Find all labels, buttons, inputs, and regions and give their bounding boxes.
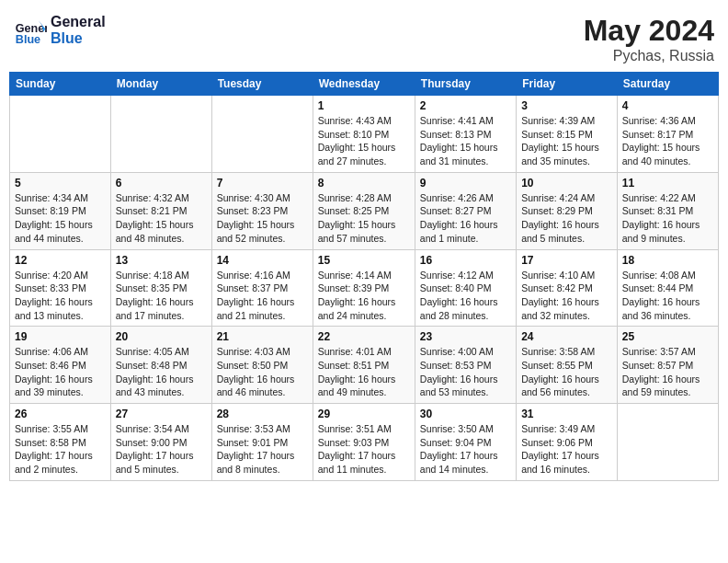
logo-line2: Blue [51, 30, 106, 47]
month-title: May 2024 [584, 14, 714, 48]
day-number: 20 [116, 330, 207, 343]
calendar-cell: 4Sunrise: 4:36 AM Sunset: 8:17 PM Daylig… [617, 96, 718, 173]
day-info: Sunrise: 4:16 AM Sunset: 8:37 PM Dayligh… [217, 269, 308, 323]
svg-text:Blue: Blue [16, 33, 40, 46]
calendar-cell: 1Sunrise: 4:43 AM Sunset: 8:10 PM Daylig… [313, 96, 415, 173]
calendar-cell: 20Sunrise: 4:05 AM Sunset: 8:48 PM Dayli… [110, 327, 211, 404]
day-info: Sunrise: 4:41 AM Sunset: 8:13 PM Dayligh… [420, 114, 511, 168]
day-number: 3 [521, 99, 612, 112]
calendar-cell: 12Sunrise: 4:20 AM Sunset: 8:33 PM Dayli… [10, 249, 111, 327]
day-number: 9 [420, 177, 511, 190]
calendar-cell: 7Sunrise: 4:30 AM Sunset: 8:23 PM Daylig… [211, 172, 313, 249]
page-header: General Blue General Blue May 2024 Pycha… [9, 9, 719, 64]
calendar-cell: 24Sunrise: 3:58 AM Sunset: 8:55 PM Dayli… [517, 327, 618, 404]
day-info: Sunrise: 4:00 AM Sunset: 8:53 PM Dayligh… [420, 345, 511, 399]
calendar-cell: 9Sunrise: 4:26 AM Sunset: 8:27 PM Daylig… [415, 172, 516, 249]
day-info: Sunrise: 4:26 AM Sunset: 8:27 PM Dayligh… [420, 191, 511, 246]
calendar-cell [10, 96, 111, 173]
day-header-tuesday: Tuesday [211, 73, 313, 96]
day-number: 15 [318, 254, 410, 267]
calendar-cell [110, 96, 211, 173]
day-number: 8 [318, 177, 410, 190]
calendar-cell: 25Sunrise: 3:57 AM Sunset: 8:57 PM Dayli… [617, 327, 718, 404]
day-number: 6 [116, 177, 207, 190]
day-number: 31 [521, 408, 612, 420]
day-number: 19 [15, 330, 106, 343]
day-number: 14 [217, 254, 308, 267]
day-info: Sunrise: 3:55 AM Sunset: 8:58 PM Dayligh… [15, 422, 106, 477]
day-info: Sunrise: 4:36 AM Sunset: 8:17 PM Dayligh… [622, 114, 713, 168]
calendar-cell: 6Sunrise: 4:32 AM Sunset: 8:21 PM Daylig… [110, 172, 211, 249]
calendar-cell: 13Sunrise: 4:18 AM Sunset: 8:35 PM Dayli… [110, 249, 211, 327]
calendar-cell: 27Sunrise: 3:54 AM Sunset: 9:00 PM Dayli… [110, 404, 211, 481]
calendar-cell [617, 404, 718, 481]
logo-icon: General Blue [14, 14, 47, 47]
day-number: 17 [521, 254, 612, 267]
day-info: Sunrise: 4:30 AM Sunset: 8:23 PM Dayligh… [217, 191, 308, 246]
day-info: Sunrise: 4:10 AM Sunset: 8:42 PM Dayligh… [521, 269, 612, 323]
day-number: 13 [116, 254, 207, 267]
day-info: Sunrise: 3:53 AM Sunset: 9:01 PM Dayligh… [217, 422, 308, 477]
day-info: Sunrise: 4:05 AM Sunset: 8:48 PM Dayligh… [116, 345, 207, 399]
day-number: 26 [15, 408, 106, 420]
calendar-header-row: SundayMondayTuesdayWednesdayThursdayFrid… [10, 73, 719, 96]
calendar-cell: 3Sunrise: 4:39 AM Sunset: 8:15 PM Daylig… [517, 96, 618, 173]
day-number: 10 [521, 177, 612, 190]
calendar-cell: 22Sunrise: 4:01 AM Sunset: 8:51 PM Dayli… [313, 327, 415, 404]
day-number: 27 [116, 408, 207, 420]
day-number: 30 [420, 408, 511, 420]
day-header-saturday: Saturday [617, 73, 718, 96]
day-header-sunday: Sunday [10, 73, 111, 96]
day-number: 24 [521, 330, 612, 343]
calendar-week-row: 19Sunrise: 4:06 AM Sunset: 8:46 PM Dayli… [10, 327, 719, 404]
day-number: 29 [318, 408, 410, 420]
calendar-week-row: 1Sunrise: 4:43 AM Sunset: 8:10 PM Daylig… [10, 96, 719, 173]
calendar-cell: 30Sunrise: 3:50 AM Sunset: 9:04 PM Dayli… [415, 404, 516, 481]
day-info: Sunrise: 3:50 AM Sunset: 9:04 PM Dayligh… [420, 422, 511, 477]
day-number: 25 [622, 330, 713, 343]
calendar-cell: 26Sunrise: 3:55 AM Sunset: 8:58 PM Dayli… [10, 404, 111, 481]
day-header-friday: Friday [517, 73, 618, 96]
calendar-week-row: 5Sunrise: 4:34 AM Sunset: 8:19 PM Daylig… [10, 172, 719, 249]
day-info: Sunrise: 4:39 AM Sunset: 8:15 PM Dayligh… [521, 114, 612, 168]
day-info: Sunrise: 4:01 AM Sunset: 8:51 PM Dayligh… [318, 345, 410, 399]
day-info: Sunrise: 4:18 AM Sunset: 8:35 PM Dayligh… [116, 269, 207, 323]
day-info: Sunrise: 4:08 AM Sunset: 8:44 PM Dayligh… [622, 269, 713, 323]
day-info: Sunrise: 3:51 AM Sunset: 9:03 PM Dayligh… [318, 422, 410, 477]
day-number: 12 [15, 254, 106, 267]
title-area: May 2024 Pychas, Russia [584, 14, 714, 64]
day-info: Sunrise: 4:22 AM Sunset: 8:31 PM Dayligh… [622, 191, 713, 246]
calendar-cell: 11Sunrise: 4:22 AM Sunset: 8:31 PM Dayli… [617, 172, 718, 249]
day-number: 7 [217, 177, 308, 190]
day-info: Sunrise: 4:14 AM Sunset: 8:39 PM Dayligh… [318, 269, 410, 323]
calendar-cell [211, 96, 313, 173]
calendar-cell: 14Sunrise: 4:16 AM Sunset: 8:37 PM Dayli… [211, 249, 313, 327]
day-info: Sunrise: 4:43 AM Sunset: 8:10 PM Dayligh… [318, 114, 410, 168]
calendar-cell: 10Sunrise: 4:24 AM Sunset: 8:29 PM Dayli… [517, 172, 618, 249]
day-number: 1 [318, 99, 410, 112]
day-number: 18 [622, 254, 713, 267]
calendar-cell: 23Sunrise: 4:00 AM Sunset: 8:53 PM Dayli… [415, 327, 516, 404]
calendar-cell: 15Sunrise: 4:14 AM Sunset: 8:39 PM Dayli… [313, 249, 415, 327]
day-info: Sunrise: 3:49 AM Sunset: 9:06 PM Dayligh… [521, 422, 612, 477]
day-info: Sunrise: 4:28 AM Sunset: 8:25 PM Dayligh… [318, 191, 410, 246]
day-number: 28 [217, 408, 308, 420]
logo: General Blue General Blue [14, 14, 106, 47]
day-number: 16 [420, 254, 511, 267]
calendar-table: SundayMondayTuesdayWednesdayThursdayFrid… [9, 72, 719, 481]
day-header-monday: Monday [110, 73, 211, 96]
calendar-cell: 21Sunrise: 4:03 AM Sunset: 8:50 PM Dayli… [211, 327, 313, 404]
calendar-cell: 5Sunrise: 4:34 AM Sunset: 8:19 PM Daylig… [10, 172, 111, 249]
day-info: Sunrise: 3:57 AM Sunset: 8:57 PM Dayligh… [622, 345, 713, 399]
calendar-cell: 8Sunrise: 4:28 AM Sunset: 8:25 PM Daylig… [313, 172, 415, 249]
location-title: Pychas, Russia [584, 48, 714, 64]
logo-line1: General [51, 14, 106, 30]
day-info: Sunrise: 4:32 AM Sunset: 8:21 PM Dayligh… [116, 191, 207, 246]
day-info: Sunrise: 4:06 AM Sunset: 8:46 PM Dayligh… [15, 345, 106, 399]
calendar-cell: 29Sunrise: 3:51 AM Sunset: 9:03 PM Dayli… [313, 404, 415, 481]
calendar-week-row: 12Sunrise: 4:20 AM Sunset: 8:33 PM Dayli… [10, 249, 719, 327]
day-number: 2 [420, 99, 511, 112]
day-header-thursday: Thursday [415, 73, 516, 96]
calendar-cell: 17Sunrise: 4:10 AM Sunset: 8:42 PM Dayli… [517, 249, 618, 327]
calendar-cell: 16Sunrise: 4:12 AM Sunset: 8:40 PM Dayli… [415, 249, 516, 327]
